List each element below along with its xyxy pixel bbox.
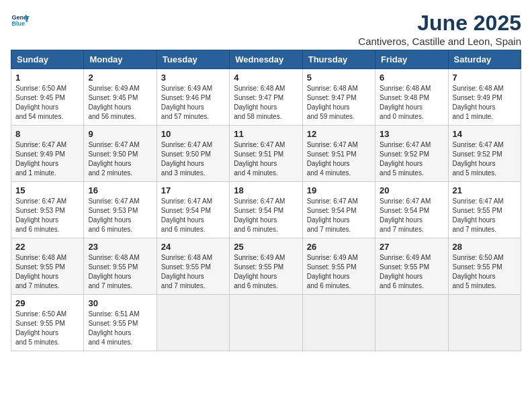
day-info: Sunrise: 6:47 AMSunset: 9:52 PMDaylight …	[380, 140, 443, 178]
day-number: 5	[307, 73, 371, 83]
day-info: Sunrise: 6:49 AMSunset: 9:55 PMDaylight …	[380, 253, 443, 291]
day-info: Sunrise: 6:47 AMSunset: 9:52 PMDaylight …	[453, 140, 517, 178]
logo: General Blue	[11, 11, 30, 30]
day-info: Sunrise: 6:47 AMSunset: 9:51 PMDaylight …	[234, 140, 298, 178]
day-info: Sunrise: 6:49 AMSunset: 9:55 PMDaylight …	[234, 253, 298, 291]
day-number: 28	[453, 242, 517, 252]
table-row: 7Sunrise: 6:48 AMSunset: 9:49 PMDaylight…	[448, 69, 521, 126]
day-info: Sunrise: 6:47 AMSunset: 9:50 PMDaylight …	[161, 140, 225, 178]
header-wednesday: Wednesday	[230, 50, 302, 69]
day-number: 20	[380, 185, 443, 195]
day-info: Sunrise: 6:47 AMSunset: 9:55 PMDaylight …	[453, 197, 517, 234]
calendar-week-2: 8Sunrise: 6:47 AMSunset: 9:49 PMDaylight…	[11, 126, 521, 182]
header-thursday: Thursday	[302, 50, 375, 69]
table-row: 21Sunrise: 6:47 AMSunset: 9:55 PMDayligh…	[448, 182, 521, 238]
header-sunday: Sunday	[11, 50, 84, 69]
day-number: 22	[15, 242, 79, 252]
day-info: Sunrise: 6:48 AMSunset: 9:55 PMDaylight …	[88, 253, 152, 291]
table-row: 8Sunrise: 6:47 AMSunset: 9:49 PMDaylight…	[11, 126, 84, 182]
day-info: Sunrise: 6:47 AMSunset: 9:54 PMDaylight …	[380, 197, 443, 234]
day-info: Sunrise: 6:48 AMSunset: 9:48 PMDaylight …	[380, 84, 443, 122]
table-row	[375, 295, 448, 351]
header-friday: Friday	[375, 50, 448, 69]
calendar-table: Sunday Monday Tuesday Wednesday Thursday…	[11, 50, 521, 351]
day-number: 15	[15, 185, 79, 195]
day-info: Sunrise: 6:50 AMSunset: 9:45 PMDaylight …	[15, 84, 79, 122]
logo-icon: General Blue	[11, 11, 30, 30]
day-number: 14	[453, 129, 517, 139]
table-row: 6Sunrise: 6:48 AMSunset: 9:48 PMDaylight…	[375, 69, 448, 126]
table-row: 22Sunrise: 6:48 AMSunset: 9:55 PMDayligh…	[11, 238, 84, 295]
day-number: 17	[161, 185, 225, 195]
day-number: 16	[88, 185, 152, 195]
table-row: 25Sunrise: 6:49 AMSunset: 9:55 PMDayligh…	[230, 238, 302, 295]
table-row	[157, 295, 229, 351]
day-info: Sunrise: 6:47 AMSunset: 9:49 PMDaylight …	[15, 140, 79, 178]
day-info: Sunrise: 6:49 AMSunset: 9:55 PMDaylight …	[307, 253, 371, 291]
header-tuesday: Tuesday	[157, 50, 229, 69]
day-info: Sunrise: 6:47 AMSunset: 9:51 PMDaylight …	[307, 140, 371, 178]
day-number: 4	[234, 73, 298, 83]
day-number: 23	[88, 242, 152, 252]
day-info: Sunrise: 6:47 AMSunset: 9:53 PMDaylight …	[15, 197, 79, 234]
table-row: 9Sunrise: 6:47 AMSunset: 9:50 PMDaylight…	[84, 126, 157, 182]
calendar-week-4: 22Sunrise: 6:48 AMSunset: 9:55 PMDayligh…	[11, 238, 521, 295]
day-info: Sunrise: 6:50 AMSunset: 9:55 PMDaylight …	[453, 253, 517, 291]
table-row: 23Sunrise: 6:48 AMSunset: 9:55 PMDayligh…	[84, 238, 157, 295]
table-row	[230, 295, 302, 351]
calendar-week-3: 15Sunrise: 6:47 AMSunset: 9:53 PMDayligh…	[11, 182, 521, 238]
day-number: 10	[161, 129, 225, 139]
table-row: 3Sunrise: 6:49 AMSunset: 9:46 PMDaylight…	[157, 69, 229, 126]
day-info: Sunrise: 6:51 AMSunset: 9:55 PMDaylight …	[88, 310, 152, 347]
table-row	[302, 295, 375, 351]
day-number: 12	[307, 129, 371, 139]
day-info: Sunrise: 6:49 AMSunset: 9:46 PMDaylight …	[161, 84, 225, 122]
day-number: 3	[161, 73, 225, 83]
day-info: Sunrise: 6:47 AMSunset: 9:54 PMDaylight …	[161, 197, 225, 234]
table-row: 5Sunrise: 6:48 AMSunset: 9:47 PMDaylight…	[302, 69, 375, 126]
title-area: June 2025 Cantiveros, Castille and Leon,…	[358, 11, 521, 47]
day-number: 9	[88, 129, 152, 139]
day-info: Sunrise: 6:50 AMSunset: 9:55 PMDaylight …	[15, 310, 79, 347]
day-number: 7	[453, 73, 517, 83]
calendar-header-row: Sunday Monday Tuesday Wednesday Thursday…	[11, 50, 521, 69]
day-number: 18	[234, 185, 298, 195]
day-info: Sunrise: 6:47 AMSunset: 9:53 PMDaylight …	[88, 197, 152, 234]
calendar-week-5: 29Sunrise: 6:50 AMSunset: 9:55 PMDayligh…	[11, 295, 521, 351]
table-row: 20Sunrise: 6:47 AMSunset: 9:54 PMDayligh…	[375, 182, 448, 238]
day-number: 6	[380, 73, 443, 83]
day-number: 29	[15, 298, 79, 308]
table-row: 11Sunrise: 6:47 AMSunset: 9:51 PMDayligh…	[230, 126, 302, 182]
table-row: 14Sunrise: 6:47 AMSunset: 9:52 PMDayligh…	[448, 126, 521, 182]
day-number: 2	[88, 73, 152, 83]
day-number: 11	[234, 129, 298, 139]
day-info: Sunrise: 6:47 AMSunset: 9:50 PMDaylight …	[88, 140, 152, 178]
header-saturday: Saturday	[448, 50, 521, 69]
table-row: 19Sunrise: 6:47 AMSunset: 9:54 PMDayligh…	[302, 182, 375, 238]
table-row: 12Sunrise: 6:47 AMSunset: 9:51 PMDayligh…	[302, 126, 375, 182]
day-number: 24	[161, 242, 225, 252]
table-row: 10Sunrise: 6:47 AMSunset: 9:50 PMDayligh…	[157, 126, 229, 182]
day-info: Sunrise: 6:47 AMSunset: 9:54 PMDaylight …	[234, 197, 298, 234]
day-info: Sunrise: 6:48 AMSunset: 9:47 PMDaylight …	[234, 84, 298, 122]
table-row: 1Sunrise: 6:50 AMSunset: 9:45 PMDaylight…	[11, 69, 84, 126]
table-row: 2Sunrise: 6:49 AMSunset: 9:45 PMDaylight…	[84, 69, 157, 126]
day-info: Sunrise: 6:49 AMSunset: 9:45 PMDaylight …	[88, 84, 152, 122]
day-info: Sunrise: 6:48 AMSunset: 9:55 PMDaylight …	[15, 253, 79, 291]
day-number: 19	[307, 185, 371, 195]
day-number: 8	[15, 129, 79, 139]
day-info: Sunrise: 6:48 AMSunset: 9:47 PMDaylight …	[307, 84, 371, 122]
table-row: 26Sunrise: 6:49 AMSunset: 9:55 PMDayligh…	[302, 238, 375, 295]
table-row: 17Sunrise: 6:47 AMSunset: 9:54 PMDayligh…	[157, 182, 229, 238]
table-row: 4Sunrise: 6:48 AMSunset: 9:47 PMDaylight…	[230, 69, 302, 126]
calendar-week-1: 1Sunrise: 6:50 AMSunset: 9:45 PMDaylight…	[11, 69, 521, 126]
page-subtitle: Cantiveros, Castille and Leon, Spain	[358, 36, 521, 47]
table-row: 16Sunrise: 6:47 AMSunset: 9:53 PMDayligh…	[84, 182, 157, 238]
table-row: 27Sunrise: 6:49 AMSunset: 9:55 PMDayligh…	[375, 238, 448, 295]
day-number: 25	[234, 242, 298, 252]
svg-text:Blue: Blue	[11, 20, 25, 27]
table-row: 24Sunrise: 6:48 AMSunset: 9:55 PMDayligh…	[157, 238, 229, 295]
table-row: 30Sunrise: 6:51 AMSunset: 9:55 PMDayligh…	[84, 295, 157, 351]
page-title: June 2025	[358, 11, 521, 36]
day-info: Sunrise: 6:48 AMSunset: 9:55 PMDaylight …	[161, 253, 225, 291]
